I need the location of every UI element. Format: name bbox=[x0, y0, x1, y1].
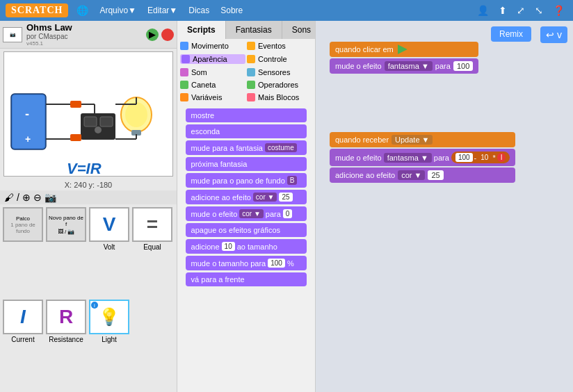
cat-controle[interactable]: Controle bbox=[247, 54, 312, 64]
palco-label: Palco bbox=[4, 215, 42, 222]
block-100-val2: 100 bbox=[455, 153, 473, 162]
cat-aparencia[interactable]: Aparência bbox=[180, 54, 245, 64]
cat-variaveis[interactable]: Variáveis bbox=[180, 93, 245, 101]
sprite-box-new-bg: Novo pano de f 🖼/📷 bbox=[46, 207, 86, 242]
block-label-1: mude para a fantasia bbox=[191, 144, 263, 152]
block-va-frente[interactable]: vá para a frente bbox=[186, 272, 307, 286]
block-10-val: 10 bbox=[222, 242, 235, 251]
cut-icon[interactable]: / bbox=[17, 192, 19, 203]
block-para-text: para bbox=[266, 210, 281, 218]
paint-icon[interactable]: 🖌 bbox=[4, 192, 14, 203]
upload-icon[interactable]: ⬆ bbox=[496, 3, 510, 17]
script-block-2: quando receber Update ▼ mude o efeito fa… bbox=[330, 132, 515, 183]
block-mude-pano[interactable]: mude para o pano de fundo B bbox=[186, 173, 307, 188]
block-mude-efeito-2[interactable]: mude o efeito fantasma ▼ para 100 - 10 *… bbox=[330, 149, 515, 166]
svg-rect-21 bbox=[70, 134, 81, 141]
block-mude-tam-text: mude o tamanho para bbox=[191, 259, 266, 268]
block-trigger-1[interactable]: quando clicar em bbox=[330, 42, 478, 57]
block-adicione-efeito[interactable]: adicione ao efeito cor ▼ 25 bbox=[186, 190, 307, 204]
sprite-item-palco[interactable]: Palco 1 pano de fundo bbox=[3, 207, 43, 297]
block-trigger-2[interactable]: quando receber Update ▼ bbox=[330, 132, 515, 147]
undo-button[interactable]: ↩ v bbox=[540, 26, 567, 43]
globe-icon[interactable]: 🌐 bbox=[74, 3, 91, 17]
block-I-val: I bbox=[497, 153, 506, 162]
block-mostre[interactable]: mostre bbox=[186, 108, 307, 122]
block-add-size-text: adicione bbox=[191, 243, 220, 251]
shrink-sprite-icon[interactable]: ⊖ bbox=[33, 192, 42, 203]
cat-movimento[interactable]: Movimento bbox=[180, 42, 245, 50]
sprite-box-resistance: R bbox=[46, 300, 86, 334]
menu-sobre[interactable]: Sobre bbox=[218, 4, 245, 17]
sprite-item-current[interactable]: I Current bbox=[3, 300, 43, 389]
block-mude-efeito[interactable]: mude o efeito cor ▼ para 0 bbox=[186, 206, 307, 221]
cat-eventos[interactable]: Eventos bbox=[247, 42, 312, 50]
block-fantasma-dd1[interactable]: fantasma ▼ bbox=[385, 61, 433, 71]
block-proxima-fantasia[interactable]: próxima fantasia bbox=[186, 157, 307, 171]
block-math-expr: 100 - 10 * I bbox=[451, 152, 510, 163]
block-fantasma-dd2[interactable]: fantasma ▼ bbox=[384, 153, 432, 163]
camera-icon[interactable]: 📷 bbox=[45, 192, 56, 203]
coordinates: X: 240 y: -180 bbox=[0, 179, 177, 190]
sprite-item-equal[interactable]: = Equal bbox=[132, 207, 172, 297]
block-mude-fantasia[interactable]: mude para a fantasia costume bbox=[186, 140, 307, 155]
person-icon[interactable]: 👤 bbox=[474, 3, 492, 17]
block-trigger-1-text: quando clicar em bbox=[335, 45, 394, 54]
shrink-icon[interactable]: ⤡ bbox=[532, 3, 546, 17]
svg-rect-9 bbox=[84, 117, 97, 126]
cat-dot-som bbox=[180, 68, 188, 76]
menu-editar[interactable]: Editar▼ bbox=[145, 4, 180, 17]
block-minus: - bbox=[474, 154, 477, 162]
sprite-light-label: Light bbox=[89, 336, 129, 343]
tab-fantasias[interactable]: Fantasias bbox=[226, 21, 282, 39]
sprite-item-light[interactable]: i 💡 Light bbox=[89, 300, 129, 389]
circuit-svg: - + V=IR bbox=[4, 52, 173, 177]
menu-arquivo[interactable]: Arquivo▼ bbox=[97, 4, 139, 17]
block-apague-efeitos[interactable]: apague os efeitos gráficos bbox=[186, 223, 307, 237]
block-esconda[interactable]: esconda bbox=[186, 124, 307, 138]
block-100-val1: 100 bbox=[453, 61, 473, 71]
block-mude-efeito-1[interactable]: mude o efeito fantasma ▼ para 100 bbox=[330, 58, 478, 74]
sprite-item-volt[interactable]: V Volt bbox=[89, 207, 129, 297]
sprite-bulb-icon: 💡 bbox=[99, 307, 120, 327]
block-update-dd[interactable]: Update ▼ bbox=[392, 135, 433, 145]
cat-label-aparencia: Aparência bbox=[193, 55, 227, 63]
sprite-box-equal: = bbox=[132, 207, 172, 242]
cat-operadores[interactable]: Operadores bbox=[247, 81, 312, 89]
sprite-item-new-bg[interactable]: Novo pano de f 🖼/📷 bbox=[46, 207, 86, 297]
sprite-item-resistance[interactable]: R Resistance bbox=[46, 300, 86, 389]
blocks-palette: Movimento Eventos Aparência Controle Som bbox=[177, 39, 315, 392]
block-tamanho-text: ao tamanho bbox=[237, 243, 277, 251]
remix-button[interactable]: Remix bbox=[491, 26, 531, 42]
menu-dicas[interactable]: Dicas bbox=[186, 4, 212, 17]
help-icon[interactable]: ❓ bbox=[550, 3, 567, 17]
block-trigger-2-text: quando receber bbox=[335, 136, 389, 144]
block-adicione-efeito-2[interactable]: adicione ao efeito cor ▼ 25 bbox=[330, 168, 515, 183]
sprite-volt-label: Volt bbox=[89, 243, 129, 251]
scratch-logo[interactable]: SCRATCH bbox=[6, 3, 68, 17]
cat-sensores[interactable]: Sensores bbox=[247, 68, 312, 76]
sprite-box-palco: Palco 1 pano de fundo bbox=[3, 207, 43, 242]
block-para-1-text: para bbox=[435, 62, 451, 70]
block-add-eff-2-text: adicione ao efeito bbox=[335, 171, 395, 179]
svg-point-13 bbox=[125, 102, 147, 127]
stop-button[interactable] bbox=[161, 28, 174, 41]
cat-som[interactable]: Som bbox=[180, 68, 245, 76]
block-mude-tamanho[interactable]: mude o tamanho para 100 % bbox=[186, 256, 307, 270]
cat-mais-blocos[interactable]: Mais Blocos bbox=[247, 93, 312, 101]
cat-label-movimento: Movimento bbox=[191, 42, 229, 50]
tab-scripts[interactable]: Scripts bbox=[177, 21, 226, 39]
svg-point-11 bbox=[95, 126, 102, 133]
block-adicione-tamanho[interactable]: adicione 10 ao tamanho bbox=[186, 239, 307, 254]
block-cor-dd3[interactable]: cor ▼ bbox=[398, 170, 425, 180]
cat-dot-sensores bbox=[247, 68, 255, 76]
script-editor[interactable]: Remix ↩ v quando clicar em mude o efeito… bbox=[316, 21, 573, 392]
svg-text:V=IR: V=IR bbox=[67, 160, 102, 177]
sprite-info-icon: i bbox=[91, 302, 98, 309]
green-flag-button[interactable]: ▶ bbox=[146, 28, 159, 41]
fullscreen-icon[interactable]: ⤢ bbox=[514, 3, 528, 17]
cat-dot-movimento bbox=[180, 42, 188, 50]
block-star: * bbox=[492, 154, 495, 162]
cat-caneta[interactable]: Caneta bbox=[180, 81, 245, 89]
stage-canvas[interactable]: - + V=IR bbox=[3, 51, 173, 177]
grow-icon[interactable]: ⊕ bbox=[22, 192, 31, 203]
